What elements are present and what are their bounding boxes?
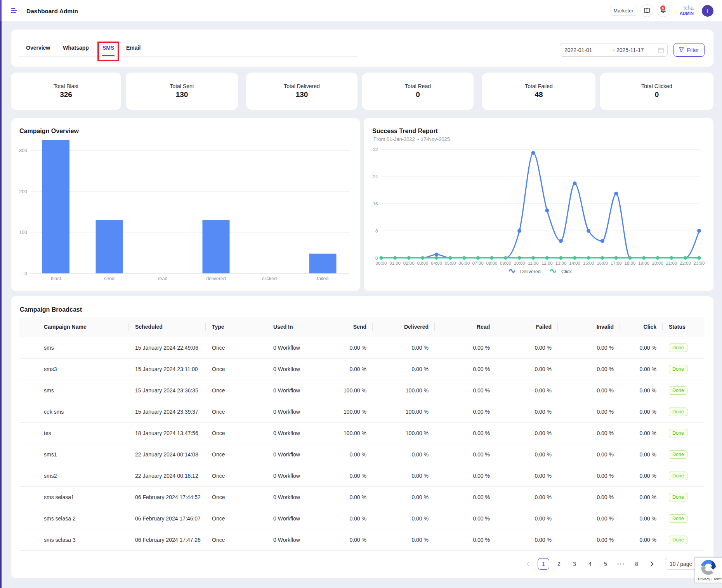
svg-text:delivered: delivered <box>206 276 226 281</box>
svg-text:16:00: 16:00 <box>597 261 608 265</box>
svg-text:12:00: 12:00 <box>542 261 553 265</box>
svg-text:failed: failed <box>317 276 329 281</box>
svg-text:04:00: 04:00 <box>431 261 442 265</box>
svg-text:20:00: 20:00 <box>652 261 663 265</box>
svg-text:09:00: 09:00 <box>500 261 511 265</box>
svg-text:100: 100 <box>19 230 27 235</box>
svg-text:11:00: 11:00 <box>528 261 539 265</box>
svg-text:14:00: 14:00 <box>569 261 580 265</box>
svg-text:21:00: 21:00 <box>666 261 677 265</box>
svg-text:13:00: 13:00 <box>555 261 567 265</box>
svg-text:read: read <box>158 276 167 281</box>
svg-text:17:00: 17:00 <box>611 261 622 265</box>
svg-text:24: 24 <box>373 174 378 179</box>
svg-text:23:00: 23:00 <box>694 261 705 265</box>
svg-text:clicked: clicked <box>262 276 277 281</box>
svg-text:08:00: 08:00 <box>486 261 497 265</box>
svg-text:07:00: 07:00 <box>472 261 484 265</box>
svg-text:200: 200 <box>19 189 27 194</box>
svg-text:00:00: 00:00 <box>376 261 387 265</box>
svg-text:32: 32 <box>373 147 378 152</box>
svg-text:send: send <box>104 276 115 281</box>
svg-text:18:00: 18:00 <box>625 261 636 265</box>
svg-text:10:00: 10:00 <box>514 261 525 265</box>
svg-text:Click: Click <box>561 269 572 274</box>
svg-text:Delivered: Delivered <box>520 269 541 274</box>
svg-text:03:00: 03:00 <box>417 261 428 265</box>
svg-text:16: 16 <box>373 201 378 206</box>
svg-text:19:00: 19:00 <box>638 261 649 265</box>
svg-text:22:00: 22:00 <box>680 261 691 265</box>
svg-text:300: 300 <box>19 148 27 153</box>
svg-text:0: 0 <box>375 256 378 260</box>
svg-text:blast: blast <box>51 276 61 281</box>
svg-text:01:00: 01:00 <box>389 261 401 265</box>
svg-text:02:00: 02:00 <box>403 261 415 265</box>
svg-text:0: 0 <box>24 271 27 276</box>
svg-text:06:00: 06:00 <box>458 261 470 265</box>
svg-text:05:00: 05:00 <box>445 261 456 265</box>
svg-text:8: 8 <box>375 229 378 233</box>
svg-text:15:00: 15:00 <box>583 261 594 265</box>
